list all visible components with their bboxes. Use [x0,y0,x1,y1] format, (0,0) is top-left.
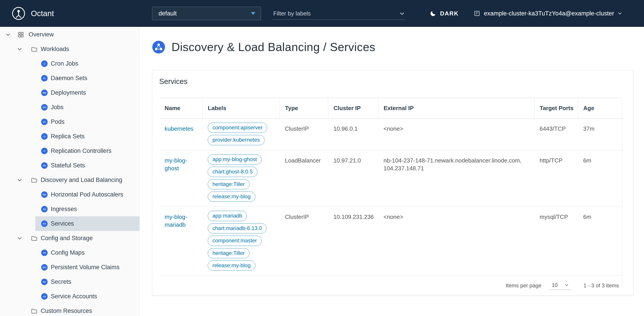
column-header-external-ip: External IP [378,98,534,119]
label-tag[interactable]: release:my-blog [208,260,255,270]
sidebar-item-persistent-volume-claims[interactable]: pvc Persistent Volume Claims [35,260,140,275]
services-icon: svc [41,220,48,227]
service-type: ClusterIP [280,119,328,150]
sidebar-item-daemon-sets[interactable]: ds Daemon Sets [35,71,140,86]
table-row: my-blog-ghost app:my-blog-ghost chart:gh… [159,150,622,207]
label-tag[interactable]: heritage:Tiller [208,179,250,189]
label-tag[interactable]: chart:mariadb-6.13.0 [208,223,266,233]
theme-toggle-button[interactable]: DARK [430,0,459,27]
service-accounts-icon: sa [41,293,48,300]
label-filter [272,8,405,20]
label-tag[interactable]: provider:kubernetes [208,135,264,145]
sidebar-group-discovery-and-load-balancing[interactable]: Discovery and Load Balancing [0,173,140,187]
external-ip: <none> [378,119,534,150]
items-per-page-value: 10 [552,282,558,288]
stateful-sets-icon: sts [41,162,48,169]
sidebar-group-config-and-storage[interactable]: Config and Storage [0,231,140,245]
sidebar-item-service-accounts[interactable]: sa Service Accounts [35,289,140,304]
horizontal-pod-autoscalers-icon: hpa [41,191,48,198]
column-header-type: Type [280,98,328,119]
jobs-icon: job [41,104,48,111]
sidebar-item-ingresses[interactable]: ing Ingresses [35,202,140,216]
chevron-down-icon[interactable] [17,177,22,183]
namespace-select-value: default [158,10,177,17]
sidebar-item-replication-controllers[interactable]: rc Replication Controllers [35,144,140,158]
cluster-ip: 10.109.231.236 [328,207,378,276]
column-header-target-ports: Target Ports [534,98,578,119]
sidebar-group-label: Workloads [41,46,69,53]
sidebar-group-custom-resources[interactable]: Custom Resources [0,304,140,316]
services-table: Name Labels Type Cluster IP External IP … [159,98,622,276]
theme-toggle-label: DARK [440,10,459,17]
external-ip: <none> [378,207,534,276]
page-title: Discovery & Load Balancing / Services [172,40,376,54]
cluster-context-value: example-cluster-ka3TuTzYo4a@example-clus… [484,10,614,17]
octant-logo-icon [12,7,26,20]
cluster-ip: 10.97.21.0 [328,150,378,207]
services-icon [152,41,165,54]
target-ports: http/TCP [534,150,578,207]
main-content: Discovery & Load Balancing / Services Se… [140,27,644,316]
persistent-volume-claims-icon: pvc [41,264,48,270]
service-link[interactable]: my-blog-ghost [164,157,187,172]
service-type: ClusterIP [280,207,328,276]
column-header-cluster-ip: Cluster IP [328,98,378,119]
sidebar-item-cron-jobs[interactable]: cj Cron Jobs [35,56,140,71]
sidebar-item-overview[interactable]: Overview [0,27,140,42]
replica-sets-icon: rs [41,133,48,140]
chevron-down-icon [251,12,255,15]
sidebar-item-jobs[interactable]: job Jobs [35,100,140,115]
sidebar-item-config-maps[interactable]: cm Config Maps [35,245,140,260]
chevron-down-icon[interactable] [17,47,22,52]
folder-icon [31,235,38,242]
app-title: Octant [31,9,54,18]
label-tag[interactable]: release:my-blog [208,192,255,202]
age: 6m [578,207,622,276]
app-header: Octant default DARK example-cluster-ka3T… [0,0,644,27]
chevron-down-icon [564,283,569,287]
pagination-range: 1 - 3 of 3 items [584,282,619,289]
daemon-sets-icon: ds [41,75,48,82]
sidebar-group-workloads[interactable]: Workloads [0,42,140,56]
label-tag[interactable]: chart:ghost-8.0.5 [208,167,258,177]
label-tag[interactable]: component:apiserver [208,123,267,133]
folder-icon [31,177,38,183]
service-link[interactable]: kubernetes [164,125,194,132]
sidebar-item-stateful-sets[interactable]: sts Stateful Sets [35,158,140,173]
sidebar-group-label: Custom Resources [41,307,92,314]
label-tag[interactable]: heritage:Tiller [208,248,250,258]
folder-icon [31,46,38,53]
column-header-age: Age [578,98,622,119]
sidebar-item-secrets[interactable]: sec Secrets [35,275,140,289]
sidebar-item-services[interactable]: svc Services [35,216,140,231]
sidebar-item-replica-sets[interactable]: rs Replica Sets [35,129,140,144]
age: 37m [578,119,622,150]
items-per-page-select[interactable]: 10 [550,281,571,290]
column-header-name: Name [159,98,202,119]
age: 6m [578,150,622,207]
label-filter-input[interactable] [272,10,399,17]
chevron-down-icon [618,11,622,16]
chevron-down-icon[interactable] [5,32,11,37]
service-link[interactable]: my-blog-mariadb [164,213,187,228]
chevron-down-icon[interactable] [17,236,22,241]
sidebar-group-label: Discovery and Load Balancing [41,177,122,183]
sidebar-item-pods[interactable]: po Pods [35,115,140,129]
label-tag[interactable]: component:master [208,236,262,246]
ingresses-icon: ing [41,206,48,212]
sidebar-item-deployments[interactable]: dep Deployments [35,86,140,100]
chevron-down-icon[interactable] [399,11,405,16]
table-pagination: Items per page 10 1 - 3 of 3 items [159,276,622,295]
card-title: Services [159,77,626,86]
cluster-context-dropdown[interactable]: example-cluster-ka3TuTzYo4a@example-clus… [474,0,622,27]
sidebar-item-label: Overview [28,31,54,38]
label-tag[interactable]: app:my-blog-ghost [208,154,262,164]
sidebar: Overview Workloads cj Cron Jobs ds Daemo… [0,27,140,316]
replication-controllers-icon: rc [41,148,48,154]
namespace-select[interactable]: default [152,7,261,20]
moon-icon [430,10,436,17]
sidebar-item-horizontal-pod-autoscalers[interactable]: hpa Horizontal Pod Autoscalers [35,187,140,202]
external-ip: nb-104-237-148-71.newark.nodebalancer.li… [378,150,534,207]
label-tag[interactable]: app:mariadb [208,211,247,221]
folder-icon [31,308,38,314]
